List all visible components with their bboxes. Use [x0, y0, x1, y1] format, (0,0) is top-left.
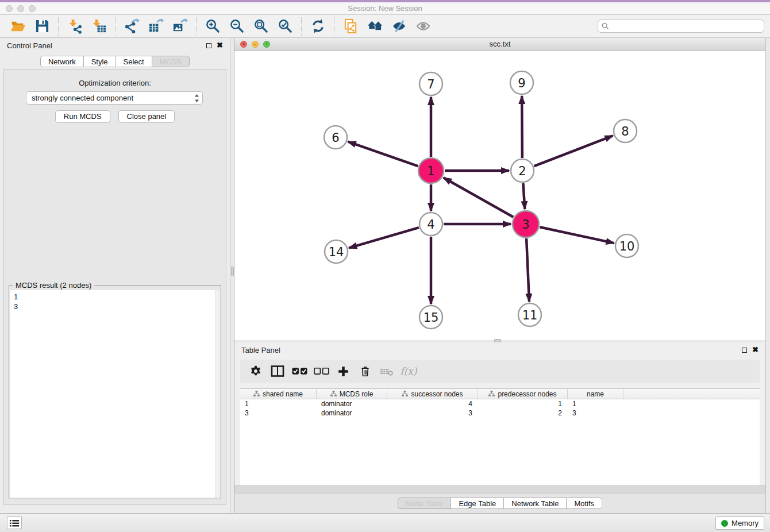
graph-node-3[interactable]: 3 — [513, 211, 539, 237]
table-cell[interactable]: 1 — [240, 399, 317, 408]
graph-edge-3-1[interactable] — [444, 178, 513, 217]
graph-node-2[interactable]: 2 — [511, 159, 534, 182]
graph-node-4[interactable]: 4 — [419, 213, 442, 236]
zoom-selected-icon[interactable] — [276, 17, 294, 36]
mcds-panel: Optimization criterion: strongly connect… — [3, 69, 226, 505]
table-cell[interactable]: 3 — [240, 408, 317, 418]
window-minimize-icon[interactable] — [17, 5, 24, 12]
open-session-icon[interactable] — [9, 17, 27, 36]
tab-network-table[interactable]: Network Table — [504, 498, 567, 509]
close-table-panel-icon[interactable]: ✖ — [752, 347, 759, 353]
import-network-icon[interactable] — [66, 17, 84, 36]
float-panel-icon[interactable] — [206, 43, 211, 48]
tab-select[interactable]: Select — [116, 56, 152, 67]
toggle-panels-icon[interactable] — [268, 363, 287, 380]
network-zoom-icon[interactable]: + — [263, 41, 270, 48]
window-traffic-lights[interactable] — [6, 5, 36, 12]
table-cell[interactable]: 3 — [387, 408, 478, 418]
duplicate-network-icon[interactable] — [341, 17, 360, 36]
hide-details-icon[interactable] — [390, 17, 408, 36]
network-graph: 1234678910111415 — [234, 51, 765, 340]
show-details-icon[interactable] — [414, 17, 432, 36]
vertical-splitter[interactable] — [230, 38, 234, 513]
mcds-result-title: MCDS result (2 nodes) — [13, 281, 94, 290]
memory-button[interactable]: Memory — [715, 516, 764, 530]
graph-node-14[interactable]: 14 — [325, 240, 348, 263]
export-network-icon[interactable] — [122, 17, 141, 36]
graph-edge-3-10[interactable] — [540, 227, 614, 243]
toolbar-separator — [334, 17, 334, 36]
column-header-MCDS-role[interactable]: MCDS role — [317, 389, 387, 399]
tab-mcds[interactable]: MCDS — [152, 56, 190, 67]
column-header-name[interactable]: name — [568, 389, 623, 399]
window-zoom-icon[interactable] — [29, 5, 36, 12]
export-table-icon[interactable] — [147, 17, 165, 36]
delete-columns-icon[interactable] — [355, 363, 375, 380]
graph-node-1[interactable]: 1 — [418, 158, 444, 183]
criterion-select[interactable]: strongly connected component — [26, 91, 203, 105]
graph-edge-2-9[interactable] — [522, 96, 522, 158]
graph-node-8[interactable]: 8 — [614, 119, 637, 142]
search-input[interactable] — [611, 22, 760, 30]
zoom-out-icon[interactable] — [228, 17, 246, 36]
settings-gear-icon[interactable] — [246, 363, 265, 380]
graph-node-6[interactable]: 6 — [324, 126, 347, 149]
close-panel-button[interactable]: Close panel — [118, 110, 175, 123]
table-row[interactable]: 1dominator411 — [240, 399, 760, 408]
graph-edge-1-6[interactable] — [348, 142, 418, 166]
table-cell[interactable]: 4 — [387, 399, 478, 408]
node-table: shared nameMCDS rolesuccessor nodesprede… — [240, 388, 760, 485]
column-header-successor-nodes[interactable]: successor nodes — [387, 389, 478, 399]
save-session-icon[interactable] — [33, 17, 51, 36]
network-canvas[interactable]: 1234678910111415 — [234, 51, 765, 340]
splitter-handle[interactable] — [231, 267, 234, 276]
table-cell[interactable]: 1 — [568, 399, 623, 408]
graph-edge-2-8[interactable] — [534, 136, 613, 166]
zoom-in-icon[interactable] — [203, 17, 222, 36]
table-cell[interactable]: 1 — [478, 399, 568, 408]
export-image-icon[interactable] — [171, 17, 189, 36]
table-cell[interactable]: dominator — [317, 408, 387, 418]
tab-motifs[interactable]: Motifs — [567, 498, 602, 509]
task-history-button[interactable] — [7, 516, 22, 529]
import-table-icon[interactable] — [90, 17, 108, 36]
graph-node-9[interactable]: 9 — [510, 71, 533, 94]
table-cell[interactable]: 2 — [478, 408, 568, 418]
refresh-layout-icon[interactable] — [309, 17, 327, 36]
add-column-icon[interactable] — [333, 363, 353, 380]
table-row[interactable]: 3dominator323 — [240, 408, 760, 418]
graph-node-10[interactable]: 10 — [615, 234, 638, 257]
toolbar-search-field[interactable] — [598, 20, 764, 33]
result-scrollbar[interactable] — [215, 290, 220, 498]
graph-node-7[interactable]: 7 — [419, 72, 442, 95]
network-minimize-icon[interactable]: − — [252, 41, 259, 48]
table-cell[interactable]: dominator — [317, 399, 387, 408]
mcds-result-area[interactable]: 1 3 — [10, 290, 220, 498]
table-cell[interactable]: 3 — [568, 408, 623, 418]
status-bar: Memory — [0, 513, 770, 532]
deselect-all-checkboxes-icon[interactable] — [311, 363, 331, 380]
float-table-panel-icon[interactable] — [742, 348, 747, 353]
zoom-fit-icon[interactable] — [252, 17, 270, 36]
run-mcds-button[interactable]: Run MCDS — [55, 110, 110, 123]
close-panel-icon[interactable]: ✖ — [217, 43, 223, 48]
graph-edge-2-3[interactable] — [523, 183, 525, 209]
graph-edge-3-11[interactable] — [526, 238, 529, 302]
home-icon[interactable] — [365, 17, 384, 36]
tab-node-table[interactable]: Node Table — [398, 498, 452, 509]
graph-edge-4-14[interactable] — [349, 228, 419, 248]
graph-node-15[interactable]: 15 — [419, 306, 442, 329]
column-header-shared-name[interactable]: shared name — [240, 389, 317, 399]
main-toolbar — [0, 15, 770, 38]
toolbar-separator — [301, 17, 302, 36]
graph-node-11[interactable]: 11 — [518, 303, 541, 326]
window-close-icon[interactable] — [6, 5, 13, 12]
tab-edge-table[interactable]: Edge Table — [451, 498, 504, 509]
network-close-icon[interactable]: ✕ — [240, 41, 247, 48]
select-all-checkboxes-icon[interactable] — [290, 363, 309, 380]
window-titlebar: Session: New Session — [0, 2, 770, 15]
tab-network[interactable]: Network — [40, 56, 84, 67]
column-header-predecessor-nodes[interactable]: predecessor nodes — [478, 389, 568, 399]
tab-style[interactable]: Style — [84, 56, 116, 67]
delete-table-icon-disabled — [377, 363, 396, 380]
